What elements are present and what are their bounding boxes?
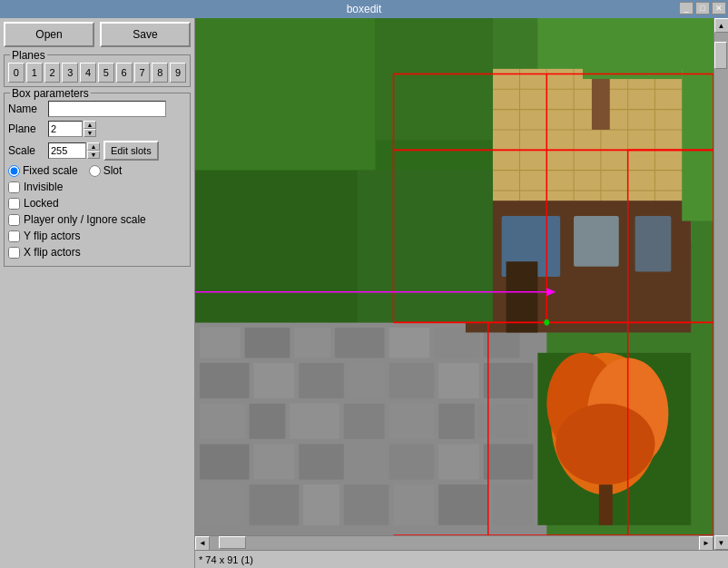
box-params-title: Box parameters	[10, 87, 91, 100]
app-title: boxedit	[347, 3, 382, 15]
edit-slots-button[interactable]: Edit slots	[103, 141, 159, 161]
svg-rect-23	[479, 404, 529, 439]
plane-spinner-btns: ▲ ▼	[84, 121, 96, 137]
svg-rect-56	[592, 49, 610, 130]
h-scroll-track[interactable]	[210, 536, 699, 550]
plane-btn-2[interactable]: 2	[44, 63, 61, 83]
slot-radio[interactable]	[89, 165, 101, 177]
svg-point-82	[544, 319, 549, 326]
svg-rect-16	[484, 363, 534, 398]
player-only-row: Player only / Ignore scale	[8, 213, 186, 226]
y-flip-row: Y flip actors	[8, 230, 186, 242]
open-button[interactable]: Open	[4, 22, 94, 47]
status-text: * 74 x 91 (1)	[199, 554, 253, 565]
svg-rect-31	[200, 485, 245, 525]
svg-point-58	[551, 353, 659, 495]
plane-btn-4[interactable]: 4	[80, 63, 96, 83]
plane-btn-7[interactable]: 7	[134, 63, 151, 83]
svg-rect-35	[393, 485, 434, 525]
svg-rect-64	[195, 18, 376, 171]
game-scene[interactable]	[195, 18, 713, 535]
svg-rect-20	[344, 404, 385, 439]
svg-rect-38	[493, 69, 691, 241]
plane-btn-0[interactable]: 0	[8, 63, 25, 83]
invisible-label: Invisible	[24, 181, 63, 193]
plane-spin-up[interactable]: ▲	[84, 121, 96, 129]
plane-spinner: ▲ ▼	[48, 121, 96, 137]
svg-rect-22	[438, 404, 475, 439]
fixed-scale-radio[interactable]	[8, 165, 20, 177]
svg-rect-37	[493, 485, 534, 525]
scale-spin-down[interactable]: ▼	[87, 151, 100, 159]
plane-label: Plane	[8, 122, 44, 135]
svg-rect-51	[466, 201, 691, 332]
svg-rect-8	[434, 328, 479, 358]
plane-btn-5[interactable]: 5	[98, 63, 114, 83]
svg-rect-11	[254, 363, 295, 398]
svg-rect-25	[254, 444, 295, 479]
planes-group: Planes 0 1 2 3 4 5 6 7 8 9	[4, 54, 191, 87]
y-flip-label: Y flip actors	[24, 230, 80, 242]
plane-input[interactable]	[48, 121, 83, 137]
maximize-button[interactable]: □	[695, 2, 710, 15]
plane-btn-6[interactable]: 6	[116, 63, 133, 83]
svg-rect-13	[349, 363, 385, 398]
svg-rect-32	[250, 485, 300, 525]
fixed-scale-label: Fixed scale	[23, 164, 78, 177]
svg-rect-63	[195, 18, 493, 322]
x-flip-checkbox[interactable]	[8, 247, 20, 259]
svg-rect-65	[376, 18, 493, 140]
scale-label: Scale	[8, 144, 44, 157]
scale-input[interactable]	[48, 142, 86, 159]
svg-rect-3	[200, 328, 241, 358]
save-button[interactable]: Save	[100, 22, 191, 47]
svg-rect-1	[537, 18, 713, 150]
box-params-group: Box parameters Name Plane ▲ ▼ Sca	[4, 93, 191, 267]
plane-row: Plane ▲ ▼	[8, 121, 186, 137]
plane-btn-8[interactable]: 8	[152, 63, 168, 83]
y-flip-checkbox[interactable]	[8, 230, 20, 242]
minimize-button[interactable]: _	[679, 2, 694, 15]
plane-btn-1[interactable]: 1	[26, 63, 43, 83]
svg-rect-30	[484, 444, 534, 479]
svg-rect-6	[335, 328, 385, 358]
svg-rect-4	[245, 328, 290, 358]
h-scroll-thumb[interactable]	[219, 536, 246, 549]
scroll-up-button[interactable]: ▲	[714, 18, 729, 33]
scroll-down-button[interactable]: ▼	[714, 535, 729, 550]
scroll-left-button[interactable]: ◄	[195, 536, 210, 551]
v-scroll-track[interactable]	[714, 33, 728, 535]
scale-radio-row: Fixed scale Slot	[8, 164, 186, 177]
svg-rect-24	[200, 444, 250, 479]
invisible-checkbox[interactable]	[8, 181, 20, 193]
scene-svg	[195, 18, 713, 535]
x-flip-label: X flip actors	[24, 246, 81, 259]
x-flip-row: X flip actors	[8, 246, 186, 259]
svg-rect-33	[303, 485, 339, 525]
player-only-checkbox[interactable]	[8, 214, 20, 226]
titlebar: boxedit _ □ ✕	[0, 0, 728, 18]
plane-btn-3[interactable]: 3	[62, 63, 78, 83]
svg-rect-52	[502, 216, 561, 277]
svg-rect-0	[195, 18, 713, 535]
h-scrollbar: ◄ ►	[195, 535, 713, 550]
close-button[interactable]: ✕	[712, 2, 726, 15]
right-panel: ◄ ► ▲ ▼ * 74 x 91 (1)	[195, 18, 728, 568]
scale-spin-up[interactable]: ▲	[87, 142, 100, 151]
scale-row: Scale ▲ ▼ Edit slots	[8, 141, 186, 161]
v-scroll-thumb[interactable]	[714, 42, 727, 69]
svg-rect-2	[195, 322, 546, 535]
scroll-right-button[interactable]: ►	[699, 536, 713, 551]
svg-point-59	[546, 353, 618, 455]
plane-spin-down[interactable]: ▼	[84, 129, 96, 137]
svg-rect-17	[200, 404, 245, 439]
name-input[interactable]	[48, 101, 166, 117]
svg-rect-66	[195, 171, 358, 323]
plane-btn-9[interactable]: 9	[170, 63, 186, 83]
main-area: Open Save Planes 0 1 2 3 4 5 6 7 8 9 Box…	[0, 18, 728, 568]
svg-rect-54	[635, 216, 672, 271]
window-controls: _ □ ✕	[679, 2, 726, 15]
locked-checkbox[interactable]	[8, 198, 20, 210]
slot-radio-label[interactable]: Slot	[89, 164, 123, 177]
fixed-scale-radio-label[interactable]: Fixed scale	[8, 164, 78, 177]
